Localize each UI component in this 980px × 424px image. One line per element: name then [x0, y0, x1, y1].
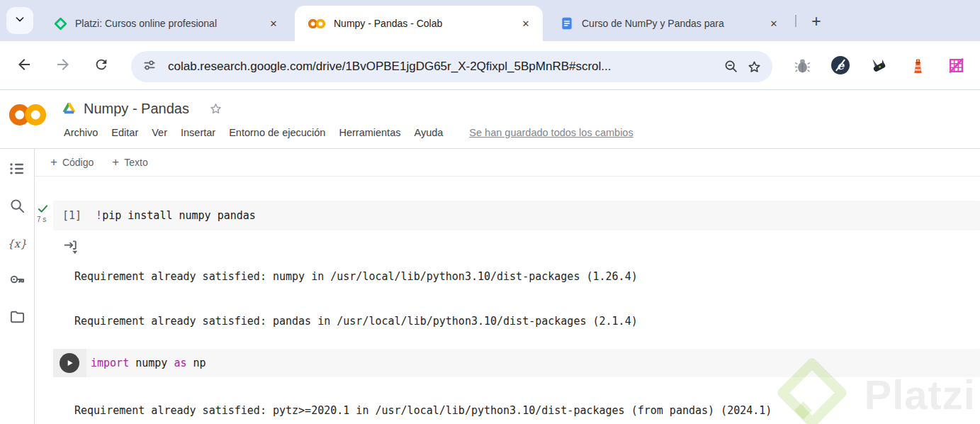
browser-window: Platzi: Cursos online profesional ✕ Nump…: [0, 0, 980, 424]
tab-separator: [795, 15, 796, 27]
bookmark-star-icon[interactable]: [746, 59, 762, 75]
menu-editar[interactable]: Editar: [111, 127, 138, 138]
sidebar-item-files[interactable]: [0, 299, 34, 336]
reload-icon: [94, 57, 109, 75]
folder-icon: [9, 308, 26, 328]
keyword-import: import: [91, 357, 129, 369]
url-text[interactable]: colab.research.google.com/drive/1BvOPBE1…: [168, 60, 716, 74]
colab-logo-icon: [9, 103, 47, 130]
back-button[interactable]: [15, 57, 33, 75]
left-sidebar: {x}: [0, 149, 35, 424]
cell-output: Requirement already satisfied: numpy in …: [35, 240, 980, 424]
keyword-as: as: [174, 357, 186, 369]
sidebar-item-secrets[interactable]: [0, 262, 34, 299]
menu-ver[interactable]: Ver: [152, 127, 167, 138]
tab-strip: Platzi: Cursos online profesional ✕ Nump…: [0, 0, 980, 41]
close-icon[interactable]: ✕: [266, 16, 281, 30]
search-icon: [9, 198, 26, 217]
menu-archivo[interactable]: Archivo: [64, 127, 98, 138]
plus-icon: +: [112, 155, 119, 169]
code-editor[interactable]: [1] !pip install numpy pandas: [53, 201, 980, 230]
reload-button[interactable]: [92, 57, 111, 75]
execution-time: 7 s: [37, 216, 46, 223]
e-badge-extension-icon[interactable]: e: [830, 55, 850, 75]
forward-arrow-icon: [55, 56, 72, 76]
site-info-icon[interactable]: [142, 58, 157, 75]
back-arrow-icon: [16, 56, 33, 76]
sidebar-item-toc[interactable]: [0, 152, 34, 189]
code-text[interactable]: import numpy as np: [91, 349, 206, 377]
check-icon: [38, 203, 48, 216]
code-cell-2: import numpy as np: [35, 349, 980, 377]
e-badge-icon: e: [831, 56, 850, 74]
bug-extension-icon[interactable]: [792, 55, 812, 75]
code-text[interactable]: !pip install numpy pandas: [96, 209, 256, 222]
output-line: Requirement already satisfied: pytz>=202…: [74, 403, 900, 418]
colab-icon: [308, 18, 326, 30]
menu-insertar[interactable]: Insertar: [181, 127, 215, 138]
title-row: Numpy - Pandas: [62, 101, 223, 117]
lighthouse-extension-icon[interactable]: [908, 55, 928, 75]
drive-icon: [62, 101, 76, 117]
add-text-label: Texto: [124, 157, 147, 168]
swiss-knife-extension-icon[interactable]: [869, 55, 889, 75]
notebook-toolbar: + Código + Texto: [35, 149, 980, 177]
variables-icon: {x}: [7, 238, 27, 250]
add-code-label: Código: [62, 157, 94, 168]
key-icon: [9, 271, 26, 291]
notebook-title[interactable]: Numpy - Pandas: [84, 101, 189, 117]
code-editor[interactable]: import numpy as np: [53, 349, 980, 377]
menu-bar: Archivo Editar Ver Insertar Entorno de e…: [64, 127, 633, 138]
cell-gutter: [35, 349, 53, 377]
tab-title: Numpy - Pandas - Colab: [334, 18, 512, 29]
code-bang: !: [96, 209, 102, 222]
add-text-button[interactable]: + Texto: [112, 155, 147, 169]
zoom-out-icon[interactable]: [723, 59, 739, 74]
run-cell-button[interactable]: [60, 353, 79, 373]
favorite-star-icon[interactable]: [208, 101, 223, 116]
new-tab-button[interactable]: +: [805, 10, 828, 33]
tab-title: Curso de NumPy y Pandas para: [582, 18, 760, 29]
table-of-contents-icon: [9, 160, 26, 180]
browser-toolbar: colab.research.google.com/drive/1BvOPBE1…: [0, 41, 980, 90]
notebook-content: + Código + Texto 7 s [1] !pip install nu…: [35, 149, 980, 424]
tab-search-button[interactable]: [6, 7, 33, 34]
play-icon: [64, 358, 74, 368]
platzi-icon: [54, 17, 67, 30]
cell-gutter: 7 s: [35, 201, 53, 230]
google-docs-icon: [560, 16, 574, 30]
code-cell-1: 7 s [1] !pip install numpy pandas: [35, 201, 980, 230]
output-line: Requirement already satisfied: numpy in …: [74, 269, 900, 284]
lib-name: numpy: [129, 357, 174, 369]
tab-title: Platzi: Cursos online profesional: [75, 18, 259, 29]
output-line: Requirement already satisfied: pandas in…: [74, 314, 900, 329]
tab-colab[interactable]: Numpy - Pandas - Colab ✕: [295, 6, 543, 41]
menu-herramientas[interactable]: Herramientas: [339, 127, 400, 138]
menu-entorno[interactable]: Entorno de ejecución: [229, 127, 325, 138]
chevron-down-icon: [14, 13, 26, 28]
execution-count: [1]: [62, 209, 81, 222]
close-icon[interactable]: ✕: [767, 16, 781, 30]
forward-button[interactable]: [54, 57, 72, 75]
blocked-grid-extension-icon[interactable]: [946, 55, 966, 75]
tab-platzi[interactable]: Platzi: Cursos online profesional ✕: [41, 6, 291, 41]
menu-ayuda[interactable]: Ayuda: [414, 127, 443, 138]
sidebar-item-variables[interactable]: {x}: [0, 225, 34, 262]
plus-icon: +: [50, 155, 57, 169]
address-bar[interactable]: colab.research.google.com/drive/1BvOPBE1…: [131, 51, 772, 82]
output-text: Requirement already satisfied: numpy in …: [74, 240, 900, 424]
alias-name: np: [186, 357, 205, 369]
tab-docs[interactable]: Curso de NumPy y Pandas para ✕: [547, 6, 791, 41]
colab-header: Numpy - Pandas Archivo Editar Ver Insert…: [0, 90, 980, 149]
save-status-link[interactable]: Se han guardado todos los cambios: [469, 127, 633, 138]
code-body: pip install numpy pandas: [102, 209, 256, 222]
close-icon[interactable]: ✕: [519, 16, 533, 30]
sidebar-item-search[interactable]: [0, 189, 34, 225]
output-gutter: [35, 240, 63, 259]
add-code-button[interactable]: + Código: [50, 155, 94, 169]
